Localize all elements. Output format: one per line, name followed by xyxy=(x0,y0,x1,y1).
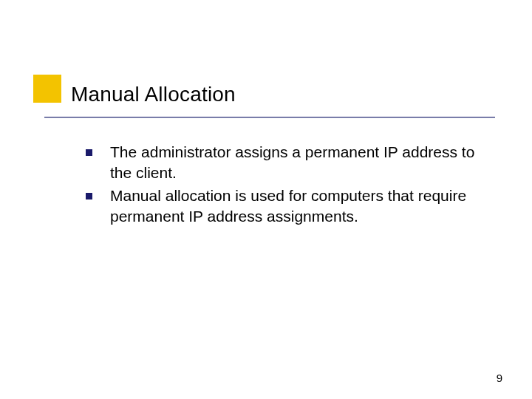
square-bullet-icon xyxy=(86,149,92,156)
slide-body: The administrator assigns a permanent IP… xyxy=(86,142,499,230)
title-underline xyxy=(44,117,495,118)
bullet-text: The administrator assigns a permanent IP… xyxy=(110,142,499,183)
list-item: The administrator assigns a permanent IP… xyxy=(86,142,499,183)
list-item: Manual allocation is used for computers … xyxy=(86,185,499,226)
page-number: 9 xyxy=(497,372,502,384)
accent-block xyxy=(33,75,61,103)
square-bullet-icon xyxy=(86,193,92,200)
slide-title: Manual Allocation xyxy=(71,83,236,106)
bullet-text: Manual allocation is used for computers … xyxy=(110,185,499,226)
